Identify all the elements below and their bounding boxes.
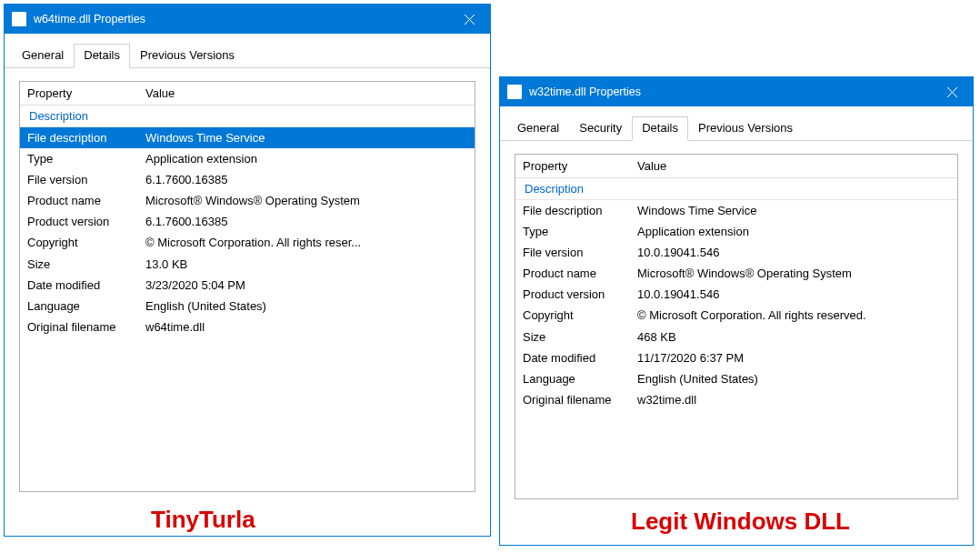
details-panel: Property Value Description File descript… <box>515 154 958 499</box>
tab-security[interactable]: Security <box>569 116 632 141</box>
detail-row[interactable]: Product nameMicrosoft® Windows® Operatin… <box>515 264 957 285</box>
detail-property: Type <box>523 224 637 240</box>
titlebar[interactable]: ⚙ w64time.dll Properties <box>5 5 490 34</box>
detail-value: w32time.dll <box>637 392 957 408</box>
detail-row[interactable]: Product version10.0.19041.546 <box>515 285 957 306</box>
detail-row[interactable]: LanguageEnglish (United States) <box>20 297 475 317</box>
detail-property: Original filename <box>523 392 637 408</box>
detail-property: Language <box>523 371 637 387</box>
detail-value: 3/23/2020 5:04 PM <box>145 277 475 294</box>
detail-value: Application extension <box>637 224 957 240</box>
detail-property: Type <box>27 151 145 167</box>
detail-property: Size <box>27 256 145 273</box>
detail-value: 6.1.7600.16385 <box>145 214 475 230</box>
tab-strip: General Details Previous Versions <box>5 34 490 68</box>
detail-value: © Microsoft Corporation. All rights rese… <box>145 235 475 251</box>
detail-row[interactable]: Product version6.1.7600.16385 <box>20 212 475 233</box>
detail-value: Application extension <box>145 151 475 167</box>
tab-details[interactable]: Details <box>632 116 688 141</box>
detail-value: 10.0.19041.546 <box>637 245 957 261</box>
detail-property: Size <box>523 329 637 346</box>
detail-value: Windows Time Service <box>145 130 475 146</box>
close-button[interactable] <box>931 77 973 106</box>
tab-strip: General Security Details Previous Versio… <box>500 106 973 141</box>
detail-row[interactable]: Copyright© Microsoft Corporation. All ri… <box>515 306 957 327</box>
window-title: w32time.dll Properties <box>529 85 931 98</box>
header-value[interactable]: Value <box>630 155 957 177</box>
caption-right: Legit Windows DLL <box>631 508 850 536</box>
detail-row[interactable]: File descriptionWindows Time Service <box>515 200 957 221</box>
tab-general[interactable]: General <box>12 44 74 68</box>
tab-previous-versions[interactable]: Previous Versions <box>688 116 803 141</box>
detail-row[interactable]: File descriptionWindows Time Service <box>20 127 475 148</box>
titlebar[interactable]: ⚙ w32time.dll Properties <box>500 77 973 106</box>
detail-value: Microsoft® Windows® Operating System <box>637 266 957 282</box>
detail-property: File description <box>523 203 637 219</box>
tab-details[interactable]: Details <box>74 44 130 68</box>
detail-property: File version <box>27 172 145 188</box>
header-value[interactable]: Value <box>138 82 475 105</box>
app-icon: ⚙ <box>507 85 522 99</box>
detail-property: Date modified <box>523 350 637 367</box>
detail-value: English (United States) <box>637 371 957 387</box>
detail-property: Product name <box>523 266 637 282</box>
header-property[interactable]: Property <box>20 82 138 105</box>
detail-value: 13.0 KB <box>145 256 475 273</box>
detail-row[interactable]: Date modified3/23/2020 5:04 PM <box>20 275 475 296</box>
detail-row[interactable]: Original filenamew32time.dll <box>515 390 957 411</box>
detail-row[interactable]: TypeApplication extension <box>20 148 475 169</box>
window-title: w64time.dll Properties <box>34 13 448 25</box>
properties-window-right: ⚙ w32time.dll Properties General Securit… <box>499 76 974 546</box>
close-icon <box>465 15 475 25</box>
detail-property: Language <box>27 298 145 315</box>
detail-value: Windows Time Service <box>637 203 957 219</box>
detail-row[interactable]: File version6.1.7600.16385 <box>20 169 475 190</box>
column-headers: Property Value <box>515 155 957 178</box>
detail-row[interactable]: Size468 KB <box>515 327 957 347</box>
detail-value: English (United States) <box>145 298 475 315</box>
column-headers: Property Value <box>20 82 475 106</box>
detail-row[interactable]: TypeApplication extension <box>515 221 957 242</box>
detail-value: © Microsoft Corporation. All rights rese… <box>637 307 957 324</box>
detail-value: 6.1.7600.16385 <box>145 172 475 188</box>
detail-property: Copyright <box>27 235 145 251</box>
close-icon <box>947 87 957 97</box>
caption-left: TinyTurla <box>151 506 255 534</box>
details-panel: Property Value Description File descript… <box>19 81 475 492</box>
detail-row[interactable]: Product nameMicrosoft® Windows® Operatin… <box>20 191 475 212</box>
close-button[interactable] <box>448 5 490 34</box>
detail-row[interactable]: Copyright© Microsoft Corporation. All ri… <box>20 233 475 254</box>
detail-value: 468 KB <box>637 329 957 346</box>
tab-general[interactable]: General <box>507 116 569 141</box>
properties-window-left: ⚙ w64time.dll Properties General Details… <box>4 4 491 537</box>
detail-row[interactable]: Original filenamew64time.dll <box>20 317 475 338</box>
group-description[interactable]: Description <box>20 106 475 127</box>
detail-row[interactable]: File version10.0.19041.546 <box>515 242 957 263</box>
detail-value: 10.0.19041.546 <box>637 287 957 303</box>
detail-row[interactable]: Size13.0 KB <box>20 254 475 275</box>
detail-property: Product version <box>523 287 637 303</box>
detail-row[interactable]: Date modified11/17/2020 6:37 PM <box>515 347 957 368</box>
detail-value: Microsoft® Windows® Operating System <box>145 193 475 209</box>
app-icon: ⚙ <box>12 12 26 26</box>
group-description[interactable]: Description <box>515 178 957 200</box>
tab-previous-versions[interactable]: Previous Versions <box>130 44 245 68</box>
detail-property: File version <box>523 245 637 261</box>
detail-property: Copyright <box>523 307 637 324</box>
detail-value: 11/17/2020 6:37 PM <box>637 350 957 367</box>
detail-property: Date modified <box>27 277 145 294</box>
detail-property: Product name <box>27 193 145 209</box>
header-property[interactable]: Property <box>515 155 630 177</box>
detail-row[interactable]: LanguageEnglish (United States) <box>515 369 957 390</box>
detail-property: Original filename <box>27 319 145 336</box>
detail-property: File description <box>27 130 145 146</box>
detail-value: w64time.dll <box>145 319 475 336</box>
detail-property: Product version <box>27 214 145 230</box>
